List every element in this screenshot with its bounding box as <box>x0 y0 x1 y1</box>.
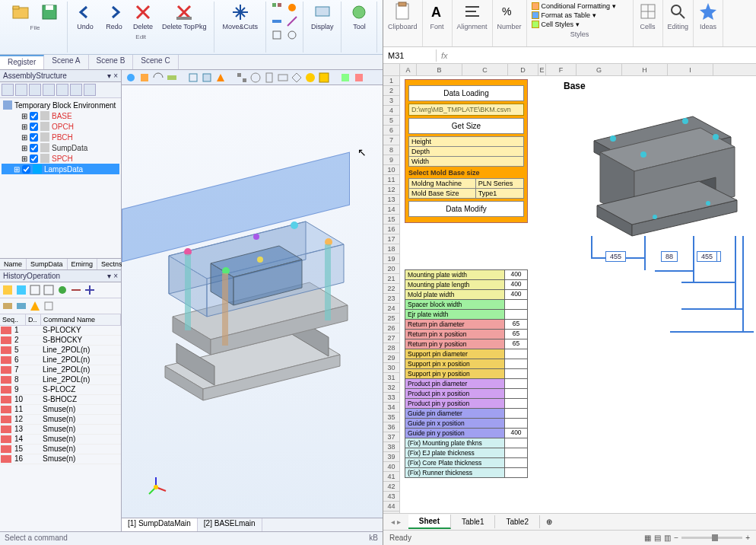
view-tool-icon[interactable] <box>201 72 213 84</box>
row-header[interactable]: 33 <box>383 393 399 403</box>
ideas-icon[interactable] <box>698 2 718 21</box>
col-header[interactable]: G <box>577 64 622 75</box>
tool-icon[interactable] <box>271 29 283 41</box>
view-tool-icon[interactable] <box>263 72 275 84</box>
tab-scene-b[interactable]: Scene B <box>89 55 134 69</box>
param-row[interactable]: Guide pin x position <box>405 418 528 429</box>
view-tool-icon[interactable] <box>138 72 151 84</box>
view-tool-icon[interactable] <box>353 72 365 84</box>
col-header[interactable]: H <box>622 64 668 75</box>
view-tool-icon[interactable] <box>318 72 330 84</box>
row-header[interactable]: 16 <box>383 225 399 234</box>
row-header[interactable]: 34 <box>383 403 399 413</box>
param-row[interactable]: Guide pin diameter <box>405 408 528 419</box>
history-list[interactable]: 1S-PLOCKY2S-BHOCKY5Line_2POL(n)6Line_2PO… <box>0 326 121 531</box>
row-header[interactable]: 44 <box>383 502 399 512</box>
cells-icon[interactable] <box>638 2 658 21</box>
cad-canvas[interactable]: ↖ <box>122 85 383 518</box>
history-row[interactable]: 16Smuse(n) <box>0 454 121 464</box>
view-tab-2[interactable]: [2] BASELmain <box>198 518 262 531</box>
param-row[interactable]: Support pin x position <box>405 359 528 369</box>
tool-icon[interactable] <box>15 300 27 312</box>
history-row[interactable]: 12Smuse(n) <box>0 415 121 425</box>
row-header[interactable]: 41 <box>383 472 399 482</box>
tool-icon[interactable] <box>15 84 27 96</box>
tab-sumpdata[interactable]: SumpData <box>27 259 68 269</box>
tab-emirng[interactable]: Emirng <box>68 259 98 269</box>
number-icon[interactable]: % <box>500 2 519 21</box>
col-header[interactable]: F <box>546 64 577 75</box>
row-header[interactable]: 2 <box>383 86 399 96</box>
history-row[interactable]: 8Line_2POL(n) <box>0 375 121 385</box>
tab-scene-c[interactable]: Scene C <box>133 55 178 69</box>
row-header[interactable]: 24 <box>383 304 399 314</box>
view-tool-icon[interactable] <box>236 72 248 84</box>
format-as-table-button[interactable]: Format as Table ▾ <box>532 11 596 20</box>
expand-icon[interactable]: ▾ × <box>107 72 118 80</box>
row-header[interactable]: 10 <box>383 165 399 175</box>
param-row[interactable]: Mounting plate width400 <box>405 269 528 280</box>
history-row[interactable]: 6Line_2POL(n) <box>0 355 121 365</box>
tool-icon[interactable] <box>43 284 55 296</box>
tool-icon[interactable] <box>2 84 14 96</box>
row-header[interactable]: 12 <box>383 185 399 195</box>
history-row[interactable]: 11Smuse(n) <box>0 405 121 415</box>
view-tool-icon[interactable] <box>152 72 164 84</box>
row-header[interactable]: 39 <box>383 452 399 462</box>
row-header[interactable]: 35 <box>383 413 399 422</box>
history-row[interactable]: 9S-PLOCZ <box>0 385 121 395</box>
add-sheet-button[interactable]: ⊕ <box>540 518 558 526</box>
col-header[interactable]: A <box>400 64 417 75</box>
row-header[interactable]: 28 <box>383 343 399 353</box>
col-headers[interactable]: ABCDEFGHI <box>400 64 756 76</box>
view-tool-icon[interactable] <box>277 72 289 84</box>
tool-icon[interactable] <box>29 84 41 96</box>
row-header[interactable]: 32 <box>383 383 399 393</box>
view-tab-1[interactable]: [1] SumpDataMain <box>122 518 198 531</box>
tree-item[interactable]: ⊞SumpData <box>2 142 119 153</box>
redo-button[interactable]: Redo <box>101 2 127 32</box>
param-row[interactable]: Mounting plate length400 <box>405 279 528 290</box>
row-header[interactable]: 38 <box>383 442 399 452</box>
tree-item[interactable]: ⊞PBCH <box>2 132 119 142</box>
row-header[interactable]: 29 <box>383 353 399 363</box>
view-tool-icon[interactable] <box>249 72 262 84</box>
tool-icon[interactable] <box>286 15 298 27</box>
tool-icon[interactable] <box>2 284 14 296</box>
row-header[interactable]: 40 <box>383 462 399 472</box>
history-row[interactable]: 5Line_2POL(n) <box>0 346 121 355</box>
tool-icon[interactable] <box>2 300 14 312</box>
paste-icon[interactable] <box>392 2 412 21</box>
view-mode-icon[interactable]: ▥ <box>664 534 671 542</box>
col-header[interactable]: C <box>462 64 508 75</box>
tool-icon[interactable] <box>271 15 283 27</box>
tool-icon[interactable] <box>70 284 82 296</box>
tool-icon[interactable] <box>271 2 283 14</box>
tool-icon[interactable] <box>84 84 96 96</box>
delete-button[interactable]: Delete <box>130 2 156 32</box>
sheet-tab-3[interactable]: Table2 <box>495 515 539 528</box>
sheet-tab-2[interactable]: Table1 <box>451 515 495 528</box>
param-row[interactable]: Spacer block width <box>405 299 528 310</box>
view-tool-icon[interactable] <box>214 72 227 84</box>
row-header[interactable]: 30 <box>383 363 399 373</box>
col-header[interactable]: B <box>417 64 462 75</box>
view-tool-icon[interactable] <box>187 72 199 84</box>
row-header[interactable]: 22 <box>383 284 399 294</box>
view-tool-icon[interactable] <box>166 72 178 84</box>
display-button[interactable]: Display <box>308 2 337 32</box>
formula-input[interactable] <box>453 51 756 60</box>
zoom-control[interactable]: ▦ ▤ ▥ −+ <box>644 534 750 542</box>
row-header[interactable]: 27 <box>383 333 399 343</box>
tool-icon[interactable] <box>286 2 298 14</box>
row-header[interactable]: 13 <box>383 195 399 205</box>
tree-root[interactable]: Temporary Block Environment <box>2 100 119 110</box>
cell-styles-button[interactable]: Cell Styles ▾ <box>532 20 580 29</box>
tree-item[interactable]: ⊞BASE <box>2 110 119 121</box>
row-header[interactable]: 25 <box>383 314 399 323</box>
row-headers[interactable]: 1234567891011121314151617181920212223242… <box>383 64 400 513</box>
param-row[interactable]: Mold plate width400 <box>405 289 528 300</box>
row-header[interactable]: 20 <box>383 264 399 274</box>
row-header[interactable]: 18 <box>383 244 399 254</box>
tab-name[interactable]: Name <box>0 259 27 269</box>
